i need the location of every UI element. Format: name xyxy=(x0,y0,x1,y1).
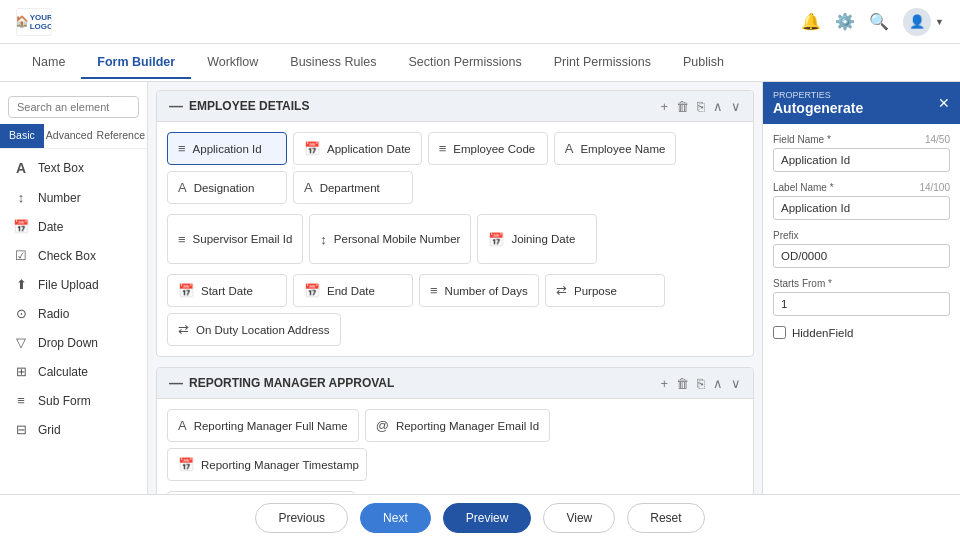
chevron-up-icon[interactable]: ∧ xyxy=(713,376,723,391)
reporting-fields-row2: ⇄ Reporting Manager Remarks xyxy=(157,491,753,494)
field-end-date[interactable]: 📅 End Date xyxy=(293,274,413,307)
field-start-date[interactable]: 📅 Start Date xyxy=(167,274,287,307)
field-reporting-fullname[interactable]: A Reporting Manager Full Name xyxy=(167,409,359,442)
section-reporting-manager: — REPORTING MANAGER APPROVAL + 🗑 ⎘ ∧ ∨ A… xyxy=(156,367,754,494)
checkbox-icon: ☑ xyxy=(12,248,30,263)
tab-advanced[interactable]: Advanced xyxy=(44,124,95,148)
sidebar-item-dropdown[interactable]: ▽ Drop Down xyxy=(0,328,147,357)
tab-print-permissions[interactable]: Print Permissions xyxy=(538,47,667,79)
sidebar-item-textbox[interactable]: A Text Box xyxy=(0,153,147,183)
field-mobile-number[interactable]: ↕ Personal Mobile Number xyxy=(309,214,471,264)
hidden-field-checkbox[interactable] xyxy=(773,326,786,339)
section-collapse-icon[interactable]: — xyxy=(169,375,183,391)
dropdown-icon: ▽ xyxy=(12,335,30,350)
preview-button[interactable]: Preview xyxy=(443,503,532,533)
subform-icon: ≡ xyxy=(12,393,30,408)
field-name-input[interactable] xyxy=(773,148,950,172)
tab-name[interactable]: Name xyxy=(16,47,81,79)
prop-header: PROPERTIES Autogenerate ✕ xyxy=(763,82,960,124)
field-purpose[interactable]: ⇄ Purpose xyxy=(545,274,665,307)
add-section-icon[interactable]: + xyxy=(660,99,668,114)
field-label: Department xyxy=(320,182,380,194)
field-on-duty-location[interactable]: ⇄ On Duty Location Address xyxy=(167,313,341,346)
field-reporting-email[interactable]: @ Reporting Manager Email Id xyxy=(365,409,550,442)
prefix-input[interactable] xyxy=(773,244,950,268)
tab-workflow[interactable]: Workflow xyxy=(191,47,274,79)
tab-form-builder[interactable]: Form Builder xyxy=(81,47,191,79)
sidebar-item-date[interactable]: 📅 Date xyxy=(0,212,147,241)
search-wrap xyxy=(0,90,147,124)
employee-fields-row2: ≡ Supervisor Email Id ↕ Personal Mobile … xyxy=(157,214,753,274)
field-department[interactable]: A Department xyxy=(293,171,413,204)
reset-button[interactable]: Reset xyxy=(627,503,704,533)
field-icon: @ xyxy=(376,418,389,433)
date-icon: 📅 xyxy=(12,219,30,234)
properties-panel: PROPERTIES Autogenerate ✕ Field Name * 1… xyxy=(762,82,960,494)
prop-prefix-label: Prefix xyxy=(773,230,950,241)
field-designation[interactable]: A Designation xyxy=(167,171,287,204)
sidebar-item-fileupload[interactable]: ⬆ File Upload xyxy=(0,270,147,299)
next-button[interactable]: Next xyxy=(360,503,431,533)
starts-from-input[interactable] xyxy=(773,292,950,316)
delete-section-icon[interactable]: 🗑 xyxy=(676,99,689,114)
field-reporting-remarks[interactable]: ⇄ Reporting Manager Remarks xyxy=(167,491,355,494)
settings-icon[interactable]: ⚙️ xyxy=(835,12,855,31)
chevron-down-icon[interactable]: ∨ xyxy=(731,99,741,114)
copy-section-icon[interactable]: ⎘ xyxy=(697,99,705,114)
bottom-bar: Previous Next Preview View Reset xyxy=(0,494,960,540)
field-reporting-timestamp[interactable]: 📅 Reporting Manager Timestamp xyxy=(167,448,367,481)
field-employee-code[interactable]: ≡ Employee Code xyxy=(428,132,548,165)
field-supervisor-email[interactable]: ≡ Supervisor Email Id xyxy=(167,214,303,264)
tab-section-permissions[interactable]: Section Permissions xyxy=(392,47,537,79)
copy-section-icon[interactable]: ⎘ xyxy=(697,376,705,391)
nav-tabs: Name Form Builder Workflow Business Rule… xyxy=(0,44,960,82)
field-icon: ↕ xyxy=(320,232,327,247)
close-icon[interactable]: ✕ xyxy=(938,95,950,111)
field-label: Employee Code xyxy=(453,143,535,155)
field-joining-date[interactable]: 📅 Joining Date xyxy=(477,214,597,264)
add-section-icon[interactable]: + xyxy=(660,376,668,391)
tab-business-rules[interactable]: Business Rules xyxy=(274,47,392,79)
hidden-field-wrap: HiddenField xyxy=(773,326,950,339)
chevron-up-icon[interactable]: ∧ xyxy=(713,99,723,114)
prop-starts-from-label: Starts From * xyxy=(773,278,950,289)
field-application-id[interactable]: ≡ Application Id xyxy=(167,132,287,165)
field-icon: ≡ xyxy=(439,141,447,156)
view-button[interactable]: View xyxy=(543,503,615,533)
sidebar-item-label: Radio xyxy=(38,307,69,321)
header-icons: 🔔 ⚙️ 🔍 👤 ▼ xyxy=(801,8,944,36)
main-layout: Basic Advanced Reference A Text Box ↕ Nu… xyxy=(0,82,960,494)
field-name-charcount: 14/50 xyxy=(925,134,950,145)
field-label: End Date xyxy=(327,285,375,297)
user-avatar-wrap[interactable]: 👤 ▼ xyxy=(903,8,944,36)
tab-basic[interactable]: Basic xyxy=(0,124,44,148)
sidebar-item-calculate[interactable]: ⊞ Calculate xyxy=(0,357,147,386)
field-label: Number of Days xyxy=(445,285,528,297)
previous-button[interactable]: Previous xyxy=(255,503,348,533)
field-icon: A xyxy=(178,418,187,433)
label-name-input[interactable] xyxy=(773,196,950,220)
field-label: Joining Date xyxy=(511,233,575,245)
sidebar-item-label: Number xyxy=(38,191,81,205)
prop-prefix: Prefix xyxy=(773,230,950,268)
notifications-icon[interactable]: 🔔 xyxy=(801,12,821,31)
delete-section-icon[interactable]: 🗑 xyxy=(676,376,689,391)
field-number-of-days[interactable]: ≡ Number of Days xyxy=(419,274,539,307)
field-label: Employee Name xyxy=(580,143,665,155)
sidebar-item-radio[interactable]: ⊙ Radio xyxy=(0,299,147,328)
field-application-date[interactable]: 📅 Application Date xyxy=(293,132,422,165)
field-label: Application Id xyxy=(193,143,262,155)
sidebar-item-checkbox[interactable]: ☑ Check Box xyxy=(0,241,147,270)
search-input[interactable] xyxy=(8,96,139,118)
tab-publish[interactable]: Publish xyxy=(667,47,740,79)
tab-reference[interactable]: Reference xyxy=(95,124,147,148)
sidebar-item-label: Calculate xyxy=(38,365,88,379)
field-employee-name[interactable]: A Employee Name xyxy=(554,132,677,165)
sidebar-item-grid[interactable]: ⊟ Grid xyxy=(0,415,147,444)
section-reporting-actions: + 🗑 ⎘ ∧ ∨ xyxy=(660,376,741,391)
search-icon[interactable]: 🔍 xyxy=(869,12,889,31)
sidebar-item-number[interactable]: ↕ Number xyxy=(0,183,147,212)
chevron-down-icon[interactable]: ∨ xyxy=(731,376,741,391)
section-collapse-icon[interactable]: — xyxy=(169,98,183,114)
sidebar-item-subform[interactable]: ≡ Sub Form xyxy=(0,386,147,415)
